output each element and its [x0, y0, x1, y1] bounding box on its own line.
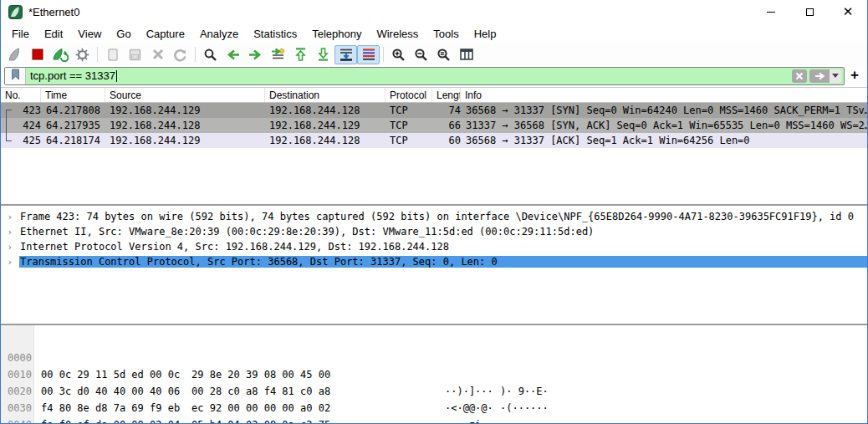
- colorize-icon: [361, 48, 376, 61]
- hex-row[interactable]: 0040 40 aa 00 00 00 00 01 0303 07 @·····…: [1, 400, 867, 416]
- toolbar-separator: [195, 47, 196, 62]
- detail-row-tcp[interactable]: › Transmission Control Protocol, Src Por…: [1, 254, 867, 269]
- detail-text: Frame 423: 74 bytes on wire (592 bits), …: [19, 211, 867, 222]
- packet-source: 192.168.244.129: [105, 133, 265, 148]
- window-title: *Ethernet0: [28, 6, 79, 18]
- search-icon: [203, 48, 217, 62]
- menu-tools[interactable]: Tools: [426, 25, 466, 43]
- start-capture-button[interactable]: [3, 45, 26, 64]
- packet-destination: 192.168.244.129: [265, 118, 385, 133]
- packet-row-424[interactable]: 424 64.217935 192.168.244.128 192.168.24…: [1, 118, 867, 133]
- svg-text:010: 010: [132, 54, 139, 59]
- zoom-original-icon: [437, 48, 451, 62]
- column-header-source[interactable]: Source: [105, 88, 265, 102]
- open-file-button[interactable]: [101, 45, 124, 64]
- packet-protocol: TCP: [385, 133, 432, 148]
- zoom-original-button[interactable]: [432, 45, 455, 64]
- menu-go[interactable]: Go: [109, 25, 138, 43]
- display-filter-field: tcp.port == 31337: [4, 67, 845, 85]
- expand-arrow-icon[interactable]: ›: [1, 227, 19, 238]
- packet-row-423[interactable]: 423 64.217808 192.168.244.129 192.168.24…: [1, 103, 867, 118]
- colorize-toggle[interactable]: [357, 45, 380, 64]
- stream-bracket-mid: [1, 118, 13, 133]
- hex-rows: 0000 00 0c 29 11 5d ed 00 0c29 8e 20 39 …: [1, 325, 867, 416]
- menu-telephony[interactable]: Telephony: [304, 25, 369, 43]
- close-file-icon: [151, 48, 165, 61]
- packet-time: 64.218174: [41, 133, 105, 148]
- packet-row-425[interactable]: 425 64.218174 192.168.244.129 192.168.24…: [1, 133, 867, 148]
- bookmark-icon: [11, 69, 20, 84]
- column-header-protocol[interactable]: Protocol: [385, 88, 432, 102]
- packet-info: 31337 → 36568 [SYN, ACK] Seq=0 Ack=1 Win…: [461, 118, 867, 133]
- menu-statistics[interactable]: Statistics: [246, 25, 304, 43]
- menu-wireless[interactable]: Wireless: [369, 25, 426, 43]
- packet-protocol: TCP: [385, 103, 432, 118]
- column-header-length[interactable]: Length: [432, 88, 461, 102]
- hex-bytes: fa f0 ef da 00 00 02 0405 b4 04 02 08 0a…: [41, 416, 330, 423]
- save-file-icon: 010: [128, 48, 142, 62]
- detail-row-ethernet[interactable]: › Ethernet II, Src: VMware_8e:20:39 (00:…: [1, 224, 867, 239]
- expand-arrow-icon[interactable]: ›: [1, 212, 19, 222]
- packet-length: 66: [432, 118, 461, 133]
- clear-filter-button[interactable]: [792, 69, 807, 83]
- go-to-packet-button[interactable]: [267, 45, 289, 64]
- zoom-in-button[interactable]: [387, 45, 410, 64]
- hex-row[interactable]: 0030 fa f0 ef da 00 00 02 0405 b4 04 02 …: [1, 383, 867, 400]
- restart-capture-button[interactable]: [49, 45, 71, 64]
- packet-info: 36568 → 31337 [ACK] Seq=1 Ack=1 Win=6425…: [461, 133, 867, 148]
- filter-bar: tcp.port == 31337 +: [1, 65, 867, 87]
- go-forward-button[interactable]: [244, 45, 267, 64]
- menu-bar: File Edit View Go Capture Analyze Statis…: [1, 23, 867, 43]
- column-header-time[interactable]: Time: [41, 88, 105, 102]
- auto-scroll-toggle[interactable]: [334, 45, 357, 64]
- detail-text: Internet Protocol Version 4, Src: 192.16…: [19, 241, 867, 253]
- menu-file[interactable]: File: [4, 25, 37, 43]
- maximize-button[interactable]: [790, 0, 829, 23]
- hex-offset: 0040: [8, 416, 32, 423]
- filter-dropdown-button[interactable]: [830, 69, 841, 83]
- open-file-icon: [106, 48, 120, 62]
- hex-row[interactable]: 0010 00 3c d0 40 40 00 40 0600 28 c0 a8 …: [1, 350, 867, 366]
- packet-no: 425: [13, 133, 41, 148]
- stop-icon: [31, 48, 44, 61]
- go-to-first-packet-button[interactable]: [289, 45, 312, 64]
- find-packet-button[interactable]: [199, 45, 222, 64]
- go-to-last-packet-button[interactable]: [312, 45, 334, 64]
- detail-text: Transmission Control Protocol, Src Port:…: [19, 256, 867, 268]
- go-back-button[interactable]: [222, 45, 244, 64]
- resize-columns-button[interactable]: [455, 45, 477, 64]
- close-icon: ✕: [843, 6, 854, 18]
- minimize-button[interactable]: [752, 0, 790, 23]
- column-header-info[interactable]: Info: [461, 88, 867, 102]
- zoom-out-button[interactable]: [410, 45, 432, 64]
- close-file-button[interactable]: [146, 45, 169, 64]
- menu-edit[interactable]: Edit: [37, 25, 70, 43]
- hex-row[interactable]: 0020 f4 80 8e d8 7a 69 f9 ebec 92 00 00 …: [1, 366, 867, 383]
- toolbar-separator: [383, 47, 384, 62]
- reload-file-button[interactable]: [169, 45, 191, 64]
- capture-options-button[interactable]: [71, 45, 94, 64]
- auto-scroll-icon: [339, 48, 354, 62]
- hex-row[interactable]: 0000 00 0c 29 11 5d ed 00 0c29 8e 20 39 …: [1, 333, 867, 350]
- detail-row-frame[interactable]: › Frame 423: 74 bytes on wire (592 bits)…: [1, 209, 867, 224]
- save-file-button[interactable]: 010: [124, 45, 146, 64]
- filter-bookmark-button[interactable]: [5, 68, 26, 84]
- menu-capture[interactable]: Capture: [139, 25, 192, 43]
- packet-destination: 192.168.244.128: [265, 133, 385, 148]
- close-button[interactable]: ✕: [829, 0, 867, 23]
- expand-arrow-icon[interactable]: ›: [1, 257, 19, 268]
- menu-analyze[interactable]: Analyze: [192, 25, 246, 43]
- expand-arrow-icon[interactable]: ›: [1, 242, 19, 253]
- detail-row-ip[interactable]: › Internet Protocol Version 4, Src: 192.…: [1, 239, 867, 254]
- column-header-no[interactable]: No.: [1, 88, 41, 102]
- column-header-destination[interactable]: Destination: [265, 88, 385, 102]
- add-filter-button[interactable]: +: [849, 68, 863, 84]
- menu-view[interactable]: View: [70, 25, 109, 43]
- zoom-in-icon: [391, 48, 406, 62]
- shark-fin-icon: [7, 47, 23, 62]
- display-filter-input[interactable]: tcp.port == 31337: [26, 68, 792, 84]
- arrow-right-icon: [248, 49, 263, 61]
- stop-capture-button[interactable]: [26, 45, 49, 64]
- apply-filter-button[interactable]: [809, 69, 830, 83]
- menu-help[interactable]: Help: [467, 25, 504, 43]
